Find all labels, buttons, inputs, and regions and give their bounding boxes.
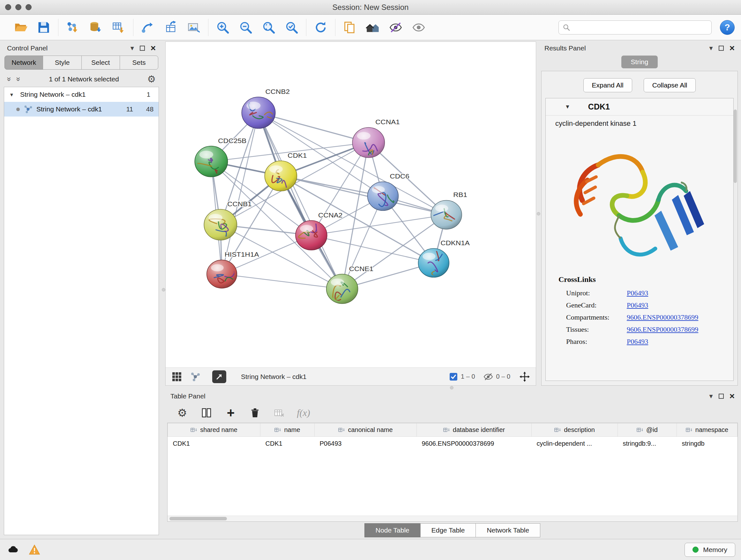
zoom-out-button[interactable] (238, 19, 254, 36)
column-header-canonical-name[interactable]: canonical name (315, 423, 417, 437)
close-panel-icon[interactable]: × (151, 44, 156, 53)
pan-mode-button[interactable] (519, 371, 531, 383)
tab-style[interactable]: Style (43, 56, 81, 70)
tab-sets[interactable]: Sets (120, 56, 158, 70)
zoom-fit-button[interactable] (261, 19, 277, 36)
import-network-database-button[interactable] (88, 19, 104, 36)
close-results-icon[interactable]: × (730, 44, 735, 53)
node-RB1[interactable]: RB1 (428, 191, 467, 229)
crosslink-value[interactable]: P06493 (627, 301, 648, 309)
table-options-gear-icon[interactable]: ⚙ (176, 406, 189, 420)
table-row[interactable]: CDK1CDK1P064939606.ENSP00000378699cyclin… (168, 437, 738, 451)
warnings-button[interactable] (27, 543, 42, 557)
toggle-graphics-details-button[interactable] (388, 19, 404, 36)
close-table-icon[interactable]: × (730, 392, 735, 401)
memory-button[interactable]: Memory (684, 543, 735, 557)
column-header-description[interactable]: description (532, 423, 618, 437)
network-graph[interactable]: CCNB2CCNA1CDC25BCDK1CDC6RB1CCNB1CCNA2CDK… (165, 42, 536, 368)
table-cell[interactable]: CDK1 (260, 437, 315, 451)
maximize-table-icon[interactable] (719, 394, 724, 399)
network-overview-button[interactable] (189, 371, 201, 383)
node-HIST1H1A[interactable]: HIST1H1A (207, 251, 259, 288)
zoom-selected-button[interactable] (284, 19, 300, 36)
column-header-namespace[interactable]: namespace (677, 423, 738, 437)
selection-checkbox-icon[interactable] (449, 373, 458, 381)
edge-CDK1-RB1[interactable] (281, 176, 447, 215)
open-session-button[interactable] (13, 19, 29, 36)
delete-table-button[interactable] (273, 406, 286, 420)
table-cell[interactable]: 9606.ENSP00000378699 (417, 437, 532, 451)
delete-column-button[interactable] (248, 406, 262, 420)
crosslink-value[interactable]: P06493 (627, 289, 648, 297)
zoom-window-button[interactable] (25, 4, 31, 10)
results-panel-splitter[interactable] (536, 42, 541, 386)
collapse-entry-icon[interactable]: ▼ (565, 104, 570, 110)
tab-edge-table[interactable]: Edge Table (420, 523, 476, 537)
table-cell[interactable]: CDK1 (168, 437, 260, 451)
maximize-results-icon[interactable] (719, 46, 724, 51)
close-window-button[interactable] (5, 4, 11, 10)
table-cell[interactable]: cyclin-dependent ... (532, 437, 618, 451)
minimize-window-button[interactable] (15, 4, 21, 10)
scrollbar-thumb[interactable] (170, 517, 227, 520)
string-tab[interactable]: String (621, 56, 658, 68)
float-panel-icon[interactable]: ▾ (131, 45, 134, 52)
crosslink-value[interactable]: 9606.ENSP00000378699 (627, 313, 698, 321)
detach-view-button[interactable] (212, 370, 226, 383)
edge-CCNB2-CCNB1[interactable] (220, 113, 259, 225)
edge-CCNB2-CCNA1[interactable] (259, 113, 368, 142)
function-builder-button[interactable]: f(x) (297, 406, 310, 420)
table-cell[interactable]: P06493 (315, 437, 417, 451)
network-from-selection-button[interactable] (140, 19, 156, 36)
maximize-panel-icon[interactable] (140, 46, 145, 51)
import-network-file-button[interactable] (65, 19, 81, 36)
network-collection-row[interactable]: ▼ String Network – cdk1 1 (4, 87, 158, 102)
table-cell[interactable]: stringdb (677, 437, 738, 451)
edge-HIST1H1A-CCNE1[interactable] (222, 274, 342, 289)
results-scrollbar[interactable] (734, 110, 737, 380)
network-row[interactable]: String Network – cdk1 11 48 (4, 102, 158, 117)
edge-CCNB2-CCNE1[interactable] (259, 113, 342, 289)
column-header-name[interactable]: name (260, 423, 315, 437)
tab-node-table[interactable]: Node Table (364, 523, 421, 537)
duplicate-document-button[interactable] (342, 19, 358, 36)
entry-header[interactable]: ▼ CDK1 (546, 98, 733, 116)
crosslink-value[interactable]: 9606.ENSP00000378699 (627, 325, 698, 334)
collapse-all-button[interactable]: Collapse All (644, 78, 696, 92)
results-scrollbar-thumb[interactable] (734, 110, 737, 183)
hidden-eye-icon[interactable] (483, 373, 493, 381)
node-CCNB1[interactable]: CCNB1 (204, 200, 252, 240)
left-panel-splitter[interactable] (161, 40, 165, 539)
show-hide-panel-button[interactable] (411, 19, 427, 36)
crosslink-value[interactable]: P06493 (627, 337, 648, 346)
node-CCNB2[interactable]: CCNB2 (242, 87, 290, 128)
table-cell[interactable]: stringdb:9... (618, 437, 677, 451)
show-columns-button[interactable] (200, 406, 213, 420)
tab-select[interactable]: Select (81, 56, 120, 70)
search-box[interactable] (558, 20, 712, 35)
save-session-button[interactable] (36, 19, 52, 36)
tab-network-table[interactable]: Network Table (475, 523, 540, 537)
collapse-all-networks-icon[interactable]: » (5, 77, 14, 81)
birds-eye-view-button[interactable] (171, 371, 183, 383)
export-image-button[interactable] (186, 19, 202, 36)
table-horizontal-scrollbar[interactable] (167, 516, 738, 521)
create-column-button[interactable]: + (224, 406, 238, 420)
node-CDKN1A[interactable]: CDKN1A (418, 239, 470, 279)
cloud-services-button[interactable] (6, 543, 20, 557)
search-input[interactable] (574, 23, 708, 31)
expand-all-networks-icon[interactable]: » (14, 77, 23, 81)
clone-network-button[interactable] (163, 19, 179, 36)
column-header-database-identifier[interactable]: database identifier (417, 423, 532, 437)
tab-network[interactable]: Network (4, 56, 43, 70)
column-header-shared-name[interactable]: shared name (168, 423, 260, 437)
help-button[interactable]: ? (720, 20, 735, 35)
tree-expander-icon[interactable]: ▼ (9, 92, 16, 98)
zoom-in-button[interactable] (215, 19, 231, 36)
import-table-button[interactable] (111, 19, 127, 36)
neighborhood-button[interactable] (365, 19, 381, 36)
float-results-icon[interactable]: ▾ (710, 45, 713, 52)
column-header--id[interactable]: @id (618, 423, 677, 437)
network-options-gear-icon[interactable]: ⚙ (147, 74, 156, 84)
table-panel-splitter[interactable] (165, 386, 738, 389)
